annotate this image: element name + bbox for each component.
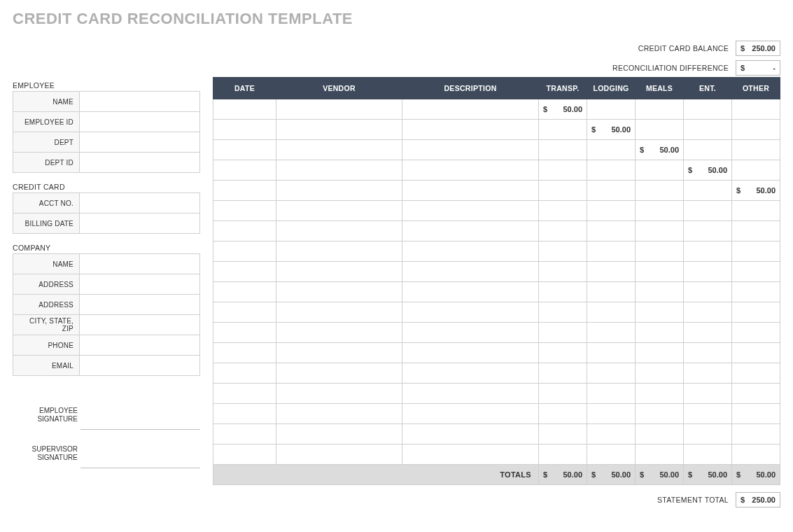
amount-cell[interactable] xyxy=(587,343,636,363)
amount-cell[interactable] xyxy=(636,444,684,465)
description-cell[interactable] xyxy=(402,140,539,160)
amount-cell[interactable] xyxy=(732,302,780,323)
description-cell[interactable] xyxy=(402,282,539,302)
amount-cell[interactable] xyxy=(539,302,587,323)
amount-cell[interactable] xyxy=(636,363,684,384)
amount-cell[interactable] xyxy=(539,444,587,465)
date-cell[interactable] xyxy=(213,363,276,384)
amount-cell[interactable] xyxy=(732,404,780,424)
amount-cell[interactable] xyxy=(587,302,636,323)
vendor-cell[interactable] xyxy=(276,302,402,323)
amount-cell[interactable] xyxy=(587,140,636,160)
amount-cell[interactable] xyxy=(636,282,684,302)
amount-cell[interactable] xyxy=(636,302,684,323)
vendor-cell[interactable] xyxy=(276,201,402,221)
amount-cell[interactable] xyxy=(636,120,684,140)
vendor-cell[interactable] xyxy=(276,323,402,343)
description-cell[interactable] xyxy=(402,160,539,181)
amount-cell[interactable] xyxy=(587,201,636,221)
amount-cell[interactable] xyxy=(684,120,732,140)
amount-cell[interactable] xyxy=(587,99,636,120)
description-cell[interactable] xyxy=(402,363,539,384)
amount-cell[interactable] xyxy=(539,241,587,262)
amount-cell[interactable] xyxy=(539,140,587,160)
amount-cell[interactable] xyxy=(732,201,780,221)
amount-cell[interactable] xyxy=(684,241,732,262)
amount-cell[interactable] xyxy=(539,384,587,404)
kv-value[interactable] xyxy=(80,112,199,132)
description-cell[interactable] xyxy=(402,302,539,323)
amount-cell[interactable] xyxy=(684,262,732,282)
amount-cell[interactable] xyxy=(587,384,636,404)
amount-cell[interactable] xyxy=(636,343,684,363)
amount-cell[interactable] xyxy=(684,404,732,424)
date-cell[interactable] xyxy=(213,302,276,323)
vendor-cell[interactable] xyxy=(276,444,402,465)
amount-cell[interactable] xyxy=(732,120,780,140)
amount-cell[interactable] xyxy=(732,262,780,282)
description-cell[interactable] xyxy=(402,120,539,140)
vendor-cell[interactable] xyxy=(276,384,402,404)
amount-cell[interactable] xyxy=(684,282,732,302)
date-cell[interactable] xyxy=(213,343,276,363)
amount-cell[interactable] xyxy=(539,363,587,384)
amount-cell[interactable]: $50.00 xyxy=(684,160,732,181)
amount-cell[interactable] xyxy=(684,221,732,241)
amount-cell[interactable] xyxy=(684,140,732,160)
diff-value-box[interactable]: $ - xyxy=(736,60,780,76)
amount-cell[interactable]: $50.00 xyxy=(732,181,780,201)
kv-value[interactable] xyxy=(80,92,199,111)
amount-cell[interactable] xyxy=(587,404,636,424)
vendor-cell[interactable] xyxy=(276,262,402,282)
vendor-cell[interactable] xyxy=(276,160,402,181)
vendor-cell[interactable] xyxy=(276,241,402,262)
amount-cell[interactable] xyxy=(539,282,587,302)
amount-cell[interactable] xyxy=(732,241,780,262)
date-cell[interactable] xyxy=(213,424,276,444)
amount-cell[interactable]: $50.00 xyxy=(636,140,684,160)
amount-cell[interactable] xyxy=(587,444,636,465)
statement-total-box[interactable]: $ 250.00 xyxy=(736,492,780,507)
date-cell[interactable] xyxy=(213,201,276,221)
vendor-cell[interactable] xyxy=(276,99,402,120)
amount-cell[interactable] xyxy=(732,343,780,363)
amount-cell[interactable] xyxy=(636,384,684,404)
amount-cell[interactable]: $50.00 xyxy=(636,465,684,485)
amount-cell[interactable] xyxy=(587,221,636,241)
vendor-cell[interactable] xyxy=(276,140,402,160)
date-cell[interactable] xyxy=(213,282,276,302)
amount-cell[interactable] xyxy=(636,262,684,282)
kv-value[interactable] xyxy=(80,214,199,233)
description-cell[interactable] xyxy=(402,181,539,201)
amount-cell[interactable] xyxy=(587,282,636,302)
supervisor-signature-line[interactable] xyxy=(80,468,200,468)
amount-cell[interactable] xyxy=(539,404,587,424)
date-cell[interactable] xyxy=(213,323,276,343)
description-cell[interactable] xyxy=(402,262,539,282)
date-cell[interactable] xyxy=(213,99,276,120)
balance-value-box[interactable]: $ 250.00 xyxy=(736,41,780,56)
amount-cell[interactable] xyxy=(732,444,780,465)
amount-cell[interactable] xyxy=(587,181,636,201)
amount-cell[interactable] xyxy=(636,424,684,444)
kv-value[interactable] xyxy=(80,295,199,314)
amount-cell[interactable] xyxy=(539,424,587,444)
date-cell[interactable] xyxy=(213,262,276,282)
amount-cell[interactable] xyxy=(684,323,732,343)
amount-cell[interactable] xyxy=(684,201,732,221)
amount-cell[interactable]: $50.00 xyxy=(732,465,780,485)
amount-cell[interactable] xyxy=(732,140,780,160)
amount-cell[interactable] xyxy=(684,384,732,404)
employee-signature-line[interactable] xyxy=(80,429,200,430)
kv-value[interactable] xyxy=(80,153,199,172)
amount-cell[interactable] xyxy=(732,221,780,241)
date-cell[interactable] xyxy=(213,241,276,262)
description-cell[interactable] xyxy=(402,424,539,444)
amount-cell[interactable] xyxy=(684,99,732,120)
kv-value[interactable] xyxy=(80,335,199,355)
amount-cell[interactable] xyxy=(539,221,587,241)
amount-cell[interactable] xyxy=(636,181,684,201)
kv-value[interactable] xyxy=(80,274,199,294)
amount-cell[interactable] xyxy=(539,181,587,201)
amount-cell[interactable]: $50.00 xyxy=(587,120,636,140)
